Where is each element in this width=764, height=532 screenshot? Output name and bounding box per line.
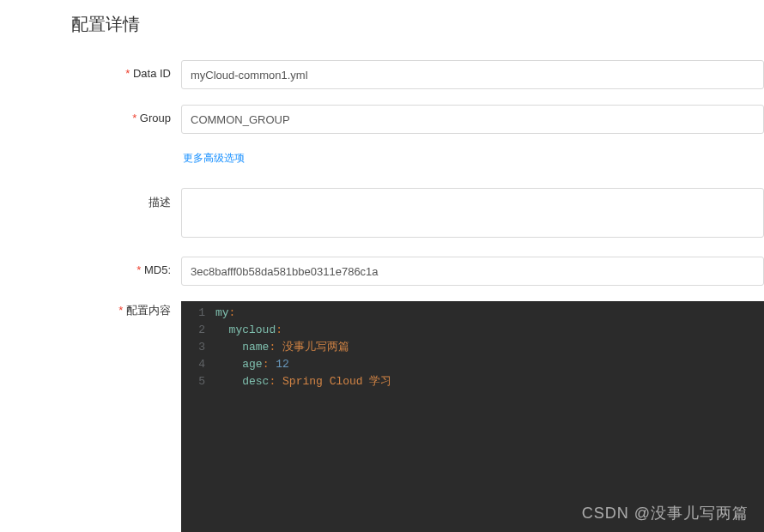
data-id-label: Data ID [71,60,181,80]
description-label: 描述 [71,188,181,210]
data-id-input[interactable] [181,60,764,89]
line-number: 4 [181,356,215,373]
line-content: mycloud: [215,322,764,339]
md5-label: MD5: [71,257,181,276]
config-content-editor[interactable]: 1my:2 mycloud:3 name: 没事儿写两篇4 age: 125 d… [181,301,764,532]
line-content: my: [215,305,764,322]
line-number: 1 [181,305,215,322]
code-line: 1my: [181,305,764,322]
code-line: 5 desc: Spring Cloud 学习 [181,373,764,390]
line-content: age: 12 [215,356,764,373]
line-content: name: 没事儿写两篇 [215,339,764,356]
content-label: 配置内容 [71,301,181,318]
line-number: 3 [181,339,215,356]
advanced-options-link[interactable]: 更多高级选项 [183,152,245,164]
code-line: 2 mycloud: [181,322,764,339]
code-line: 3 name: 没事儿写两篇 [181,339,764,356]
md5-input[interactable] [181,257,764,286]
group-input[interactable] [181,105,764,134]
code-line: 4 age: 12 [181,356,764,373]
line-content: desc: Spring Cloud 学习 [215,373,764,390]
page-title: 配置详情 [71,13,764,36]
line-number: 5 [181,373,215,390]
line-number: 2 [181,322,215,339]
description-textarea[interactable] [181,188,764,238]
group-label: Group [71,105,181,124]
